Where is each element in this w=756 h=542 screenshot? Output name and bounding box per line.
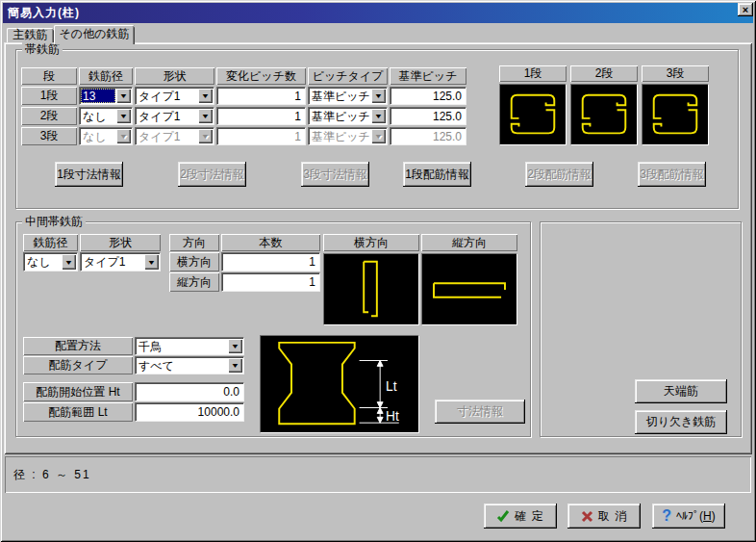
titlebar[interactable]: 簡易入力(柱) bbox=[3, 3, 753, 23]
dan3-dimension-info-button: 3段寸法情報 bbox=[301, 162, 369, 187]
chevron-down-icon: ▼ bbox=[374, 113, 383, 119]
direction-header: 方向 bbox=[169, 234, 219, 251]
pitch-type-select-dan1[interactable]: 基準ピッチ ▼ bbox=[308, 87, 388, 105]
chevron-down-icon: ▼ bbox=[231, 343, 239, 349]
horizontal-diagram-header: 横方向 bbox=[323, 234, 419, 251]
chukan-dia-header: 鉄筋径 bbox=[23, 234, 78, 251]
right-side-group bbox=[540, 221, 742, 437]
vertical-diagram-header: 縦方向 bbox=[421, 234, 517, 251]
tab-main-rebar[interactable]: 主鉄筋 bbox=[7, 28, 54, 42]
range-input[interactable]: 10000.0 bbox=[135, 402, 244, 422]
notch-rebar-button[interactable]: 切り欠き鉄筋 bbox=[635, 410, 727, 434]
shape-dropdown-button-dan2[interactable]: ▼ bbox=[198, 109, 213, 123]
chevron-down-icon: ▼ bbox=[119, 92, 128, 99]
stirrup-diagram-dan2 bbox=[570, 84, 638, 145]
chukan-shape-dropdown-button[interactable]: ▼ bbox=[144, 254, 159, 270]
arrange-method-label: 配置方法 bbox=[23, 337, 133, 355]
pitch-count-input-dan2[interactable]: 1 bbox=[216, 107, 306, 125]
arrange-method-dropdown-button[interactable]: ▼ bbox=[228, 339, 242, 353]
base-pitch-input-dan1[interactable]: 125.0 bbox=[390, 87, 466, 105]
cancel-button[interactable]: 取 消 bbox=[567, 503, 641, 529]
arrange-type-dropdown-button[interactable]: ▼ bbox=[228, 358, 242, 373]
vertical-bar-icon bbox=[324, 254, 418, 324]
row-header-dan2: 2段 bbox=[21, 107, 77, 125]
stirrup-diagram-dan3 bbox=[642, 84, 709, 145]
arrange-type-select[interactable]: すべて ▼ bbox=[135, 356, 244, 374]
arrange-method-select[interactable]: 千鳥 ▼ bbox=[135, 337, 244, 355]
stirrup-diagram-dan1 bbox=[499, 84, 567, 145]
arrange-type-value: すべて bbox=[137, 358, 227, 373]
row-header-horizontal: 横方向 bbox=[169, 252, 219, 271]
chukan-shape-select[interactable]: タイプ1 ▼ bbox=[80, 252, 161, 271]
dia-select-dan3: なし ▼ bbox=[79, 127, 133, 145]
dia-value-dan2: なし bbox=[81, 109, 115, 123]
shape-select-dan2[interactable]: タイプ1 ▼ bbox=[135, 107, 214, 125]
chevron-down-icon: ▼ bbox=[64, 259, 73, 266]
chevron-down-icon: ▼ bbox=[119, 113, 128, 119]
intermediate-hoop-group-label: 中間帯鉄筋 bbox=[22, 215, 86, 228]
count-header: 本数 bbox=[221, 234, 320, 251]
chevron-down-icon: ▼ bbox=[201, 92, 210, 99]
cancel-label: 取 消 bbox=[598, 508, 627, 525]
pitch-type-value-dan2: 基準ピッチ bbox=[310, 109, 370, 123]
shape-dropdown-button-dan1[interactable]: ▼ bbox=[198, 89, 213, 103]
diagram-header-dan3: 3段 bbox=[642, 65, 709, 82]
dialog-window: 簡易入力(柱) × 主鉄筋 その他の鉄筋 帯鉄筋 段 鉄筋径 形状 変化ピッチ数… bbox=[0, 0, 756, 542]
col-header-dia: 鉄筋径 bbox=[79, 67, 133, 85]
range-label: 配筋範囲 Lt bbox=[23, 402, 133, 422]
dia-value-dan3: なし bbox=[81, 129, 115, 143]
vertical-count-input[interactable]: 1 bbox=[221, 272, 320, 292]
pitch-type-select-dan2[interactable]: 基準ピッチ ▼ bbox=[308, 107, 388, 125]
ht-dimension-label: Ht bbox=[386, 409, 399, 424]
diagram-header-dan1: 1段 bbox=[499, 65, 567, 82]
dan2-arrangement-info-button: 2段配筋情報 bbox=[525, 162, 593, 187]
chukan-dia-value: なし bbox=[25, 254, 61, 270]
close-icon: × bbox=[743, 5, 748, 15]
shape-select-dan1[interactable]: タイプ1 ▼ bbox=[135, 87, 214, 105]
dan2-dimension-info-button: 2段寸法情報 bbox=[178, 162, 246, 187]
dia-dropdown-button-dan1[interactable]: ▼ bbox=[116, 89, 131, 103]
dimension-info-button: 寸法情報 bbox=[435, 400, 525, 424]
pitch-type-dropdown-button-dan1[interactable]: ▼ bbox=[371, 89, 386, 103]
pitch-type-value-dan1: 基準ピッチ bbox=[310, 89, 370, 103]
status-text: 径 : 6 ～ 51 bbox=[13, 467, 91, 483]
dan1-arrangement-info-button[interactable]: 1段配筋情報 bbox=[403, 162, 471, 187]
dia-select-dan1[interactable]: 13 ▼ bbox=[79, 87, 133, 105]
dan3-arrangement-info-button: 3段配筋情報 bbox=[638, 162, 706, 187]
tab-other-rebar[interactable]: その他の鉄筋 bbox=[54, 25, 135, 44]
horizontal-count-input[interactable]: 1 bbox=[221, 252, 320, 271]
top-edge-rebar-button[interactable]: 天端筋 bbox=[635, 379, 727, 403]
ok-button[interactable]: 確 定 bbox=[484, 503, 557, 529]
col-header-pitch-type: ピッチタイプ bbox=[308, 67, 388, 85]
hoop-rebar-group-label: 帯鉄筋 bbox=[22, 42, 63, 56]
arrange-method-value: 千鳥 bbox=[137, 339, 227, 353]
question-icon: ? bbox=[662, 507, 671, 525]
vertical-direction-diagram bbox=[421, 253, 517, 325]
shape-value-dan1: タイプ1 bbox=[137, 89, 197, 103]
close-button[interactable]: × bbox=[738, 3, 753, 16]
pitch-type-value-dan3: 基準ピッチ bbox=[310, 129, 370, 143]
dia-dropdown-button-dan2[interactable]: ▼ bbox=[116, 109, 131, 123]
stirrup-icon bbox=[500, 85, 566, 144]
shape-value-dan3: タイプ1 bbox=[137, 129, 197, 143]
status-bar: 径 : 6 ～ 51 bbox=[5, 456, 751, 493]
help-button[interactable]: ? ﾍﾙﾌﾟ(H) bbox=[652, 503, 725, 529]
pitch-count-input-dan1[interactable]: 1 bbox=[216, 87, 306, 105]
horizontal-bar-icon bbox=[422, 254, 517, 324]
pitch-type-dropdown-button-dan2[interactable]: ▼ bbox=[371, 109, 386, 123]
chukan-shape-header: 形状 bbox=[80, 234, 161, 251]
diagram-header-dan2: 2段 bbox=[570, 65, 638, 82]
start-position-input[interactable]: 0.0 bbox=[135, 382, 244, 401]
chevron-down-icon: ▼ bbox=[119, 133, 128, 140]
chevron-down-icon: ▼ bbox=[231, 362, 239, 369]
dan1-dimension-info-button[interactable]: 1段寸法情報 bbox=[55, 162, 123, 187]
row-header-dan3: 3段 bbox=[21, 127, 77, 145]
chevron-down-icon: ▼ bbox=[374, 133, 383, 140]
chukan-dia-dropdown-button[interactable]: ▼ bbox=[62, 254, 76, 270]
stirrup-icon bbox=[571, 85, 637, 144]
base-pitch-input-dan2[interactable]: 125.0 bbox=[390, 107, 466, 125]
horizontal-direction-diagram bbox=[323, 253, 419, 325]
ok-label: 確 定 bbox=[515, 508, 543, 525]
dia-select-dan2[interactable]: なし ▼ bbox=[79, 107, 133, 125]
chukan-dia-select[interactable]: なし ▼ bbox=[23, 252, 78, 271]
